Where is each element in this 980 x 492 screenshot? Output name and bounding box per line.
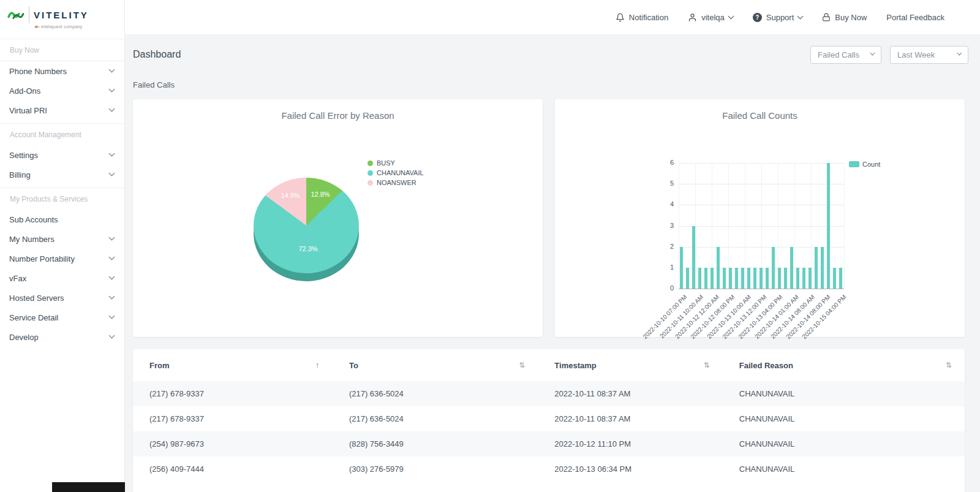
bar-count-5[interactable]	[710, 268, 714, 289]
portal-feedback-link[interactable]: Portal Feedback	[886, 13, 944, 22]
sidebar-item-label: vFax	[9, 274, 26, 283]
bar-count-15[interactable]	[772, 247, 775, 289]
cell-from: (254) 987-9673	[133, 431, 333, 456]
table-row[interactable]: (217) 678-9337(217) 636-50242022-10-11 0…	[133, 381, 965, 406]
table-row[interactable]: (254) 987-9673(828) 756-34492022-10-12 1…	[133, 431, 965, 456]
failed-call-reason-pie-chart[interactable]: 12.8%72.3%14.9%	[254, 178, 359, 273]
sidebar-item-billing[interactable]: Billing	[0, 165, 124, 184]
bar-count-0[interactable]	[680, 247, 683, 289]
sidebar-item-vfax[interactable]: vFax	[0, 268, 124, 288]
pie-chart-legend: BUSYCHANUNAVAILNOANSWER	[368, 158, 424, 187]
bar-count-4[interactable]	[704, 268, 707, 289]
legend-label: CHANUNAVAIL	[377, 169, 424, 176]
cell-reason: CHANUNAVAIL	[723, 406, 965, 431]
bar-count-6[interactable]	[717, 247, 720, 289]
bar-count-13[interactable]	[760, 268, 763, 289]
bar-count-19[interactable]	[796, 268, 799, 289]
bar-chart-title: Failed Call Counts	[555, 110, 965, 121]
legend-label: NOANSWER	[377, 179, 417, 186]
buy-now-button[interactable]: Buy Now	[822, 13, 867, 22]
bar-count-20[interactable]	[802, 268, 805, 289]
bar-count-18[interactable]	[790, 247, 793, 289]
bar-count-24[interactable]	[827, 163, 830, 289]
y-axis-tick-label: 3	[654, 222, 674, 229]
topbar: Notification vitelqa ? Support Buy Now	[125, 0, 980, 34]
sidebar-item-my-numbers[interactable]: My Numbers	[0, 229, 124, 249]
bar-count-14[interactable]	[766, 268, 769, 289]
bar-count-25[interactable]	[833, 268, 836, 289]
sidebar-item-develop[interactable]: Develop	[0, 327, 124, 347]
bar-count-26[interactable]	[839, 268, 842, 289]
sidebar-item-virtual-pri[interactable]: Virtual PRI	[0, 100, 124, 120]
vertical-gridline	[844, 163, 845, 289]
bar-count-9[interactable]	[735, 268, 738, 289]
brand-tagline: an inteliquent company	[34, 25, 117, 29]
sidebar-item-label: Phone Numbers	[9, 67, 67, 76]
failed-call-counts-bar-chart[interactable]: 01234562022-10-10 07:00 PM2022-10-11 10:…	[679, 163, 844, 289]
bar-count-8[interactable]	[729, 268, 732, 289]
bar-count-1[interactable]	[686, 268, 689, 289]
table-row[interactable]: (217) 678-9337(217) 636-50242022-10-11 0…	[133, 406, 965, 431]
legend-item-busy[interactable]: BUSY	[368, 158, 424, 168]
user-menu[interactable]: vitelqa	[688, 13, 733, 22]
sidebar-item-label: My Numbers	[9, 235, 55, 244]
cell-timestamp: 2022-10-13 06:34 PM	[538, 456, 722, 482]
brand-logo[interactable]: VITELITY an inteliquent company	[0, 0, 124, 39]
date-range-select[interactable]: Last Week	[890, 46, 968, 64]
sort-icon[interactable]: ⇅	[519, 361, 524, 369]
bar-count-3[interactable]	[698, 268, 701, 289]
content-area: Dashboard Failed Calls Last Week Failed …	[125, 34, 980, 492]
main-column: Notification vitelqa ? Support Buy Now	[125, 0, 980, 492]
bar-count-7[interactable]	[723, 268, 726, 289]
bar-count-11[interactable]	[747, 268, 750, 289]
column-header-timestamp[interactable]: Timestamp⇅	[538, 349, 722, 381]
bar-chart-legend[interactable]: Count	[849, 161, 880, 168]
lock-icon	[822, 13, 831, 21]
sidebar-item-add-ons[interactable]: Add-Ons	[0, 81, 124, 100]
sidebar-item-service-detail[interactable]: Service Detail	[0, 308, 124, 327]
column-label: From	[149, 361, 170, 370]
chevron-down-icon	[870, 51, 874, 55]
support-menu[interactable]: ? Support	[753, 13, 803, 22]
bar-count-23[interactable]	[821, 247, 824, 289]
sidebar-item-sub-accounts[interactable]: Sub Accounts	[0, 210, 124, 229]
y-axis-tick-label: 2	[654, 243, 674, 250]
sort-icon[interactable]: ⇅	[704, 361, 709, 369]
column-header-failed-reason[interactable]: Failed Reason⇅	[723, 349, 965, 381]
bar-count-16[interactable]	[778, 268, 781, 289]
column-header-to[interactable]: To⇅	[333, 349, 538, 381]
sidebar-item-settings[interactable]: Settings	[0, 145, 124, 165]
notification-button[interactable]: Notification	[616, 13, 668, 22]
y-axis-tick-label: 5	[654, 180, 674, 187]
bar-count-22[interactable]	[815, 247, 818, 289]
report-type-select[interactable]: Failed Calls	[810, 46, 881, 64]
legend-item-noanswer[interactable]: NOANSWER	[368, 178, 424, 187]
bar-count-21[interactable]	[809, 268, 812, 289]
column-header-from[interactable]: From↑	[133, 349, 333, 381]
cell-timestamp: 2022-10-11 08:37 AM	[538, 406, 722, 431]
bar-count-2[interactable]	[692, 226, 695, 289]
sidebar-item-label: Virtual PRI	[9, 106, 47, 115]
sort-asc-icon[interactable]: ↑	[315, 361, 319, 369]
portal-feedback-label: Portal Feedback	[886, 13, 944, 22]
column-label: To	[349, 361, 358, 370]
vertical-gridline	[745, 163, 745, 289]
sidebar-item-phone-numbers[interactable]: Phone Numbers	[0, 61, 124, 81]
chevron-down-icon	[109, 294, 114, 299]
bell-icon	[616, 13, 625, 22]
vitelity-wave-icon	[7, 8, 24, 21]
app-root: VITELITY an inteliquent company Buy NowP…	[0, 0, 980, 492]
bar-count-12[interactable]	[753, 268, 756, 289]
pie-chart-title: Failed Call Error by Reason	[133, 110, 543, 121]
legend-item-chanunavail[interactable]: CHANUNAVAIL	[368, 168, 424, 178]
sidebar-item-number-portability[interactable]: Number Portability	[0, 249, 124, 268]
cell-from: (256) 409-7444	[133, 456, 333, 482]
table-row[interactable]: (256) 409-7444(303) 276-59792022-10-13 0…	[133, 456, 965, 482]
support-label: Support	[766, 13, 794, 22]
sort-icon[interactable]: ⇅	[946, 361, 951, 369]
bar-count-17[interactable]	[784, 268, 787, 289]
chevron-down-icon	[109, 314, 114, 319]
sidebar-item-hosted-servers[interactable]: Hosted Servers	[0, 288, 124, 308]
sidebar-nav: Buy NowPhone NumbersAdd-OnsVirtual PRIAc…	[0, 39, 124, 347]
bar-count-10[interactable]	[741, 268, 744, 289]
